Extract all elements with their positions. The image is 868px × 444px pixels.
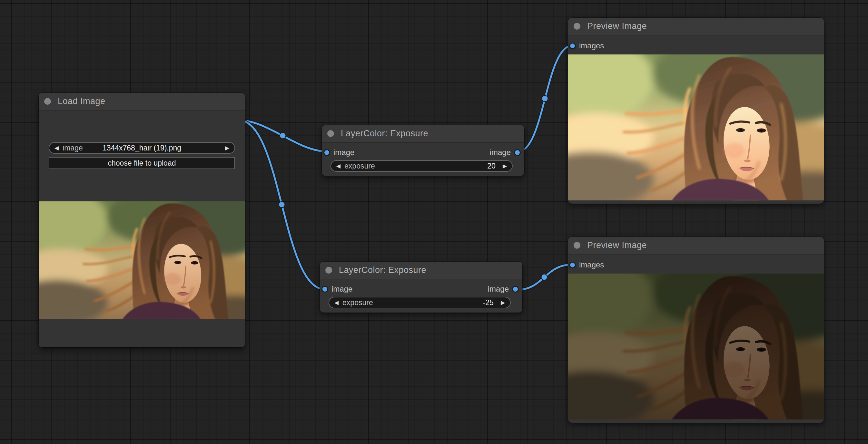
node-title-bar[interactable]: Load Image bbox=[39, 93, 245, 110]
input-label: images bbox=[579, 41, 604, 50]
input-slot-images[interactable]: images bbox=[570, 41, 604, 50]
input-slot-image[interactable]: image bbox=[322, 284, 352, 294]
node-title: Preview Image bbox=[587, 240, 647, 250]
link-midpoint-dot[interactable] bbox=[541, 274, 548, 280]
node-title-bar[interactable]: LayerColor: Exposure bbox=[320, 262, 522, 279]
widget-value: -25 bbox=[483, 298, 494, 307]
choose-file-label: choose file to upload bbox=[108, 159, 176, 168]
output-dot-image[interactable] bbox=[515, 150, 520, 155]
exposure-number-widget[interactable]: ◀ exposure 20 ▶ bbox=[331, 160, 513, 172]
combo-right-arrow-icon[interactable]: ▶ bbox=[225, 145, 229, 151]
link-midpoint-dot[interactable] bbox=[280, 133, 286, 139]
link-midpoint-dot[interactable] bbox=[279, 202, 285, 208]
exposure-number-widget[interactable]: ◀ exposure -25 ▶ bbox=[329, 297, 511, 308]
node-layercolor-exposure-bottom[interactable]: LayerColor: Exposure image image ◀ expos… bbox=[320, 262, 522, 312]
portrait-image bbox=[568, 55, 824, 200]
output-label: image bbox=[490, 148, 511, 157]
link-midpoint-dot[interactable] bbox=[542, 96, 548, 102]
link-exposure-top-to-preview-top[interactable] bbox=[517, 45, 572, 152]
node-title: Load Image bbox=[58, 96, 105, 106]
widget-value: 20 bbox=[487, 162, 496, 170]
node-title: Preview Image bbox=[587, 21, 647, 31]
step-up-arrow-icon[interactable]: ▶ bbox=[503, 163, 507, 169]
widget-label: exposure bbox=[342, 298, 373, 307]
output-slot-image[interactable]: image bbox=[488, 284, 518, 294]
node-load-image[interactable]: Load Image IMAGE MASK ◀ image 1344x768_h… bbox=[39, 93, 245, 347]
portrait-image bbox=[39, 201, 245, 319]
widget-label: exposure bbox=[344, 162, 375, 170]
node-graph-canvas[interactable]: { "canvas": { "background_color": "#2323… bbox=[0, 0, 868, 444]
node-title: LayerColor: Exposure bbox=[339, 265, 426, 275]
node-preview-image-bottom[interactable]: Preview Image images bbox=[568, 237, 824, 423]
node-title-bar[interactable]: LayerColor: Exposure bbox=[322, 125, 524, 143]
link-exposure-bottom-to-preview-bottom[interactable] bbox=[516, 265, 572, 290]
node-title-bar[interactable]: Preview Image bbox=[568, 237, 824, 254]
step-down-arrow-icon[interactable]: ◀ bbox=[334, 300, 339, 305]
combo-value: 1344x768_hair (19).png bbox=[69, 144, 215, 152]
collapse-dot[interactable] bbox=[574, 242, 580, 249]
input-dot-images[interactable] bbox=[570, 43, 575, 48]
node-title-bar[interactable]: Preview Image bbox=[568, 18, 824, 35]
portrait-image bbox=[568, 274, 824, 419]
preview-image-dark bbox=[568, 274, 824, 419]
loaded-image-preview bbox=[39, 201, 245, 319]
input-slot-images[interactable]: images bbox=[570, 260, 604, 270]
output-label: image bbox=[488, 284, 509, 294]
combo-left-arrow-icon[interactable]: ◀ bbox=[55, 145, 59, 151]
input-slot-image[interactable]: image bbox=[324, 147, 354, 157]
input-dot-image[interactable] bbox=[322, 287, 327, 292]
link-load-to-exposure-bottom[interactable] bbox=[239, 120, 325, 289]
choose-file-button[interactable]: choose file to upload bbox=[49, 157, 235, 169]
collapse-dot[interactable] bbox=[44, 98, 51, 105]
node-title: LayerColor: Exposure bbox=[341, 129, 428, 139]
input-label: image bbox=[333, 148, 354, 157]
preview-image-bright bbox=[568, 55, 824, 200]
input-label: images bbox=[579, 260, 604, 269]
collapse-dot[interactable] bbox=[574, 23, 580, 30]
input-dot-image[interactable] bbox=[324, 150, 329, 155]
step-up-arrow-icon[interactable]: ▶ bbox=[501, 300, 505, 305]
image-combo-widget[interactable]: ◀ image 1344x768_hair (19).png ▶ bbox=[49, 142, 235, 154]
node-layercolor-exposure-top[interactable]: LayerColor: Exposure image image ◀ expos… bbox=[322, 125, 524, 176]
output-dot-image[interactable] bbox=[513, 287, 518, 292]
collapse-dot[interactable] bbox=[326, 267, 332, 274]
input-dot-images[interactable] bbox=[570, 263, 575, 267]
step-down-arrow-icon[interactable]: ◀ bbox=[336, 163, 340, 169]
output-slot-image[interactable]: image bbox=[490, 147, 520, 157]
input-label: image bbox=[332, 284, 352, 294]
node-preview-image-top[interactable]: Preview Image images bbox=[568, 18, 824, 204]
collapse-dot[interactable] bbox=[327, 130, 334, 137]
